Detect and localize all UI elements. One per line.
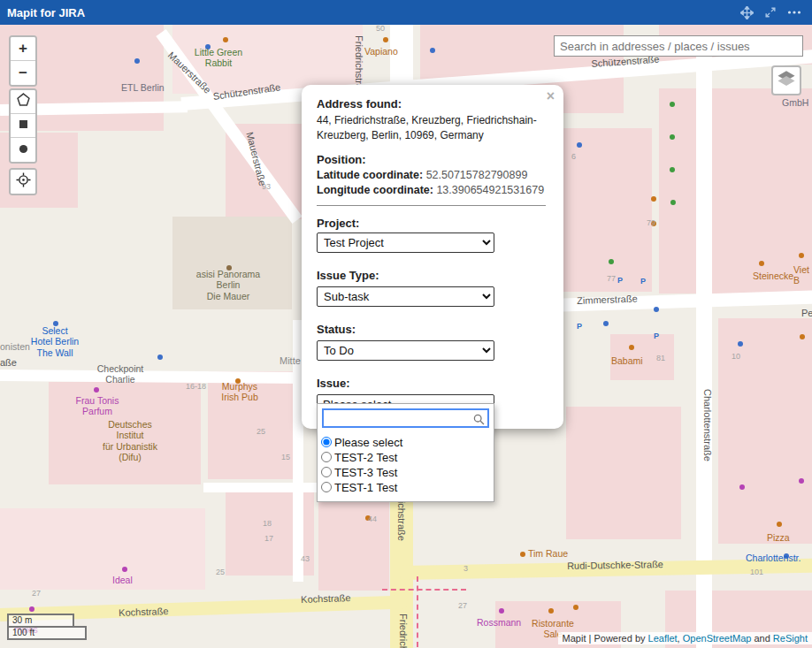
issue-option[interactable]: TEST-2 Test bbox=[321, 450, 490, 464]
zoom-out-button[interactable]: − bbox=[11, 61, 35, 85]
map-mnum: 27 bbox=[32, 589, 41, 598]
locate-control bbox=[9, 168, 37, 195]
position-label: Position: bbox=[317, 153, 546, 166]
map-dash bbox=[382, 589, 466, 591]
map-mnum: 43 bbox=[301, 554, 310, 563]
layers-control[interactable] bbox=[771, 65, 801, 95]
issue-label: Issue: bbox=[317, 377, 546, 390]
map-mlabel: Kochstraße bbox=[119, 606, 169, 619]
map-mlabel: Frau Tonis Parfum bbox=[76, 395, 119, 417]
map-poi bbox=[609, 259, 614, 264]
map-poi bbox=[430, 48, 435, 53]
map-mlabel: Babami bbox=[611, 355, 643, 366]
issue-option[interactable]: TEST-1 Test bbox=[321, 480, 490, 494]
map-poi bbox=[573, 605, 578, 610]
longitude-value: 13.390654921531679 bbox=[436, 184, 544, 196]
map-mlabel: onisten bbox=[0, 341, 30, 352]
issue-option-radio[interactable] bbox=[321, 452, 332, 462]
map-mnum: 81 bbox=[656, 354, 665, 362]
layers-icon bbox=[777, 70, 796, 91]
map-poi bbox=[383, 37, 388, 42]
search-input[interactable] bbox=[554, 35, 803, 57]
zoom-in-button[interactable]: + bbox=[11, 37, 35, 61]
draw-rectangle-button[interactable] bbox=[11, 114, 35, 138]
map-mlabel: Kochstraße bbox=[301, 592, 351, 606]
issue-option-radio[interactable] bbox=[321, 467, 332, 477]
map-mlabel: Zimmerstraße bbox=[577, 294, 638, 307]
map-mnum: 77 bbox=[607, 274, 616, 283]
map-mnum: 25 bbox=[257, 427, 265, 436]
issue-popup: × Address found: 44, Friedrichstraße, Kr… bbox=[302, 85, 563, 429]
map-mlabel: Little Green Rabbit bbox=[195, 47, 242, 69]
map-poi bbox=[800, 334, 805, 339]
map-mlabel: Tim Raue bbox=[528, 548, 568, 559]
map-poi bbox=[739, 484, 745, 490]
attribution-prefix: Mapit | Powered by bbox=[563, 633, 648, 644]
issue-option-radio[interactable] bbox=[321, 437, 332, 447]
draw-polygon-button[interactable] bbox=[11, 90, 35, 114]
map-poi bbox=[29, 606, 34, 612]
locate-icon bbox=[16, 172, 31, 192]
map-poi bbox=[670, 167, 675, 172]
issue-option-label: TEST-2 Test bbox=[334, 451, 397, 464]
longitude-row: Longitude coordinate: 13.390654921531679 bbox=[317, 184, 546, 196]
issue-dropdown-search bbox=[322, 408, 489, 428]
longitude-label: Longitude coordinate: bbox=[317, 184, 433, 196]
locate-button[interactable] bbox=[11, 170, 35, 194]
attribution-sep2: and bbox=[751, 633, 772, 644]
header-actions bbox=[740, 6, 812, 19]
map-mlabel: Pizza bbox=[767, 532, 790, 543]
circle-icon bbox=[18, 141, 29, 159]
project-select[interactable]: Test Project bbox=[317, 233, 494, 253]
map-poi bbox=[223, 37, 228, 42]
issue-option[interactable]: Please select bbox=[321, 435, 490, 449]
more-menu-icon[interactable] bbox=[787, 10, 801, 15]
map-mlabel: Select Hotel Berlin The Wall bbox=[31, 325, 79, 358]
map-mlabel: Checkpoint Charlie bbox=[97, 363, 144, 385]
scale-imperial: 100 ft bbox=[7, 626, 87, 640]
map-mlabel: Viet B bbox=[793, 264, 812, 286]
map-poi bbox=[759, 261, 764, 266]
map-poi bbox=[670, 134, 675, 140]
map-mlabel: Friedrichstraße bbox=[397, 614, 409, 648]
address-text: 44, Friedrichstraße, Kreuzberg, Friedric… bbox=[317, 113, 546, 142]
issue-option-label: TEST-3 Test bbox=[334, 466, 397, 479]
draw-toolbar bbox=[9, 88, 37, 164]
attribution: Mapit | Powered by Leaflet, OpenStreetMa… bbox=[558, 632, 812, 644]
issue-options: Please selectTEST-2 TestTEST-3 TestTEST-… bbox=[321, 435, 490, 494]
latitude-row: Latitude coordinate: 52.50715782790899 bbox=[317, 169, 546, 181]
map-poi bbox=[777, 522, 782, 527]
map-blk bbox=[659, 88, 812, 294]
status-select[interactable]: To Do bbox=[317, 340, 494, 361]
map-mlabel: aße bbox=[0, 357, 17, 369]
issue-filter-input[interactable] bbox=[322, 408, 489, 428]
project-label: Project: bbox=[317, 217, 546, 230]
osm-link[interactable]: OpenStreetMap bbox=[683, 633, 752, 644]
address-found-label: Address found: bbox=[317, 97, 546, 111]
draw-circle-button[interactable] bbox=[11, 138, 35, 162]
map-mnum: 10 bbox=[732, 352, 740, 361]
scale-control: 30 m 100 ft bbox=[7, 614, 87, 640]
map-mnum: 16-18 bbox=[186, 382, 206, 391]
rectangle-icon bbox=[18, 117, 29, 134]
issue-option-radio[interactable] bbox=[321, 482, 332, 492]
pan-icon[interactable] bbox=[740, 6, 754, 19]
zoom-control: + − bbox=[9, 35, 37, 87]
map-dash bbox=[417, 576, 418, 647]
resight-link[interactable]: ReSight bbox=[773, 633, 808, 644]
map-mnum: 101 bbox=[750, 568, 763, 576]
map-mnum: 25 bbox=[216, 568, 225, 576]
close-icon[interactable]: × bbox=[547, 89, 555, 103]
map-poi bbox=[499, 608, 504, 614]
map-poi bbox=[629, 345, 634, 350]
map-mnum: 18 bbox=[263, 519, 272, 528]
leaflet-link[interactable]: Leaflet bbox=[648, 633, 678, 644]
map-poi bbox=[157, 354, 163, 360]
polygon-icon bbox=[17, 93, 30, 111]
map-mlabel: Murphys Irish Pub bbox=[221, 381, 257, 403]
map-str bbox=[696, 53, 712, 648]
issue-option[interactable]: TEST-3 Test bbox=[321, 465, 490, 479]
map-poi: P bbox=[617, 276, 623, 285]
issue-type-select[interactable]: Sub-task bbox=[317, 286, 494, 307]
expand-icon[interactable] bbox=[764, 6, 777, 19]
